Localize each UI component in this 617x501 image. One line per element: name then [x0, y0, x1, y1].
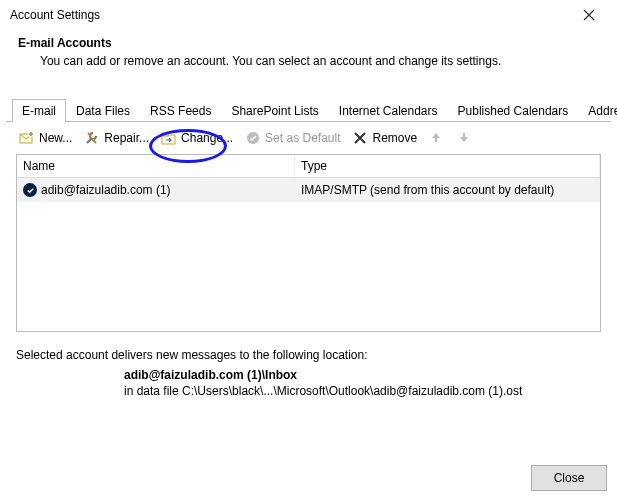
- tab-data-files[interactable]: Data Files: [66, 99, 140, 122]
- change-label: Change...: [181, 131, 233, 145]
- delivery-location: adib@faizuladib.com (1)\Inbox: [16, 362, 601, 384]
- arrow-up-icon: [429, 130, 445, 146]
- tab-rss-feeds[interactable]: RSS Feeds: [140, 99, 221, 122]
- tab-email[interactable]: E-mail: [12, 99, 66, 122]
- tab-internet-calendars[interactable]: Internet Calendars: [329, 99, 448, 122]
- arrow-down-icon: [457, 130, 473, 146]
- account-type-cell: IMAP/SMTP (send from this account by def…: [295, 181, 600, 199]
- remove-label: Remove: [372, 131, 417, 145]
- new-button[interactable]: New...: [16, 128, 75, 148]
- repair-button[interactable]: Repair...: [81, 128, 152, 148]
- set-default-button: Set as Default: [242, 128, 343, 148]
- folder-change-icon: [161, 130, 177, 146]
- tab-address-books[interactable]: Address Books: [578, 99, 617, 122]
- mail-new-icon: [19, 130, 35, 146]
- page-subtitle: You can add or remove an account. You ca…: [18, 54, 607, 68]
- default-check-icon: [23, 183, 37, 197]
- page-title: E-mail Accounts: [18, 36, 607, 50]
- tab-strip: E-mail Data Files RSS Feeds SharePoint L…: [6, 98, 611, 122]
- accounts-grid: Name Type adib@faizuladib.com (1) IMAP/S…: [16, 154, 601, 332]
- svg-rect-3: [162, 133, 168, 136]
- move-down-button: [454, 128, 476, 148]
- delivery-intro: Selected account delivers new messages t…: [16, 348, 601, 362]
- close-icon[interactable]: [569, 1, 609, 29]
- column-name[interactable]: Name: [17, 155, 295, 177]
- close-button[interactable]: Close: [531, 465, 607, 491]
- window-title: Account Settings: [10, 8, 569, 22]
- new-label: New...: [39, 131, 72, 145]
- move-up-button: [426, 128, 448, 148]
- check-circle-icon: [245, 130, 261, 146]
- remove-button[interactable]: Remove: [349, 128, 420, 148]
- repair-label: Repair...: [104, 131, 149, 145]
- tools-icon: [84, 130, 100, 146]
- delivery-file-path: in data file C:\Users\black\...\Microsof…: [16, 384, 601, 398]
- toolbar: New... Repair... Change... Set as Defaul…: [0, 122, 617, 154]
- tab-published-calendars[interactable]: Published Calendars: [448, 99, 579, 122]
- remove-x-icon: [352, 130, 368, 146]
- table-row[interactable]: adib@faizuladib.com (1) IMAP/SMTP (send …: [17, 178, 600, 202]
- change-button[interactable]: Change...: [158, 128, 236, 148]
- set-default-label: Set as Default: [265, 131, 340, 145]
- account-name-cell: adib@faizuladib.com (1): [41, 183, 171, 197]
- column-type[interactable]: Type: [295, 155, 600, 177]
- tab-sharepoint-lists[interactable]: SharePoint Lists: [221, 99, 328, 122]
